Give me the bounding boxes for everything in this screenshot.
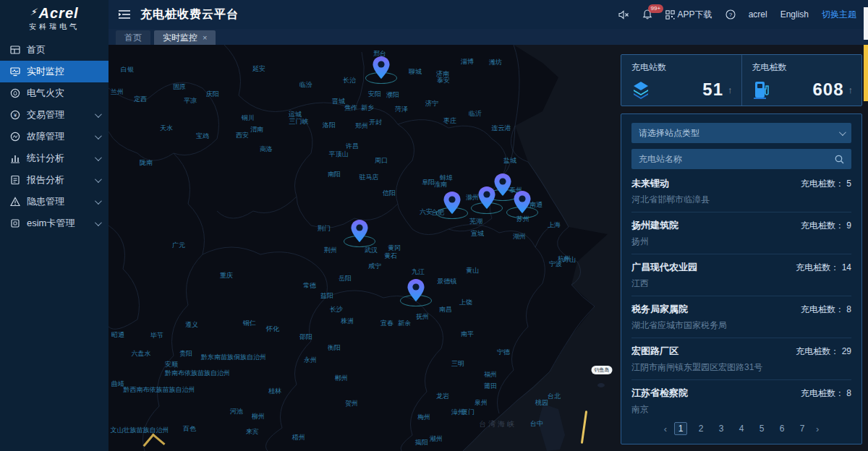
sidebar-item-1[interactable]: 首页 bbox=[0, 39, 109, 61]
sidebar-item-label: esim卡管理 bbox=[27, 217, 75, 230]
station-address: 河北省邯郸市临漳县 bbox=[631, 194, 851, 206]
map-city-label: 河池 bbox=[230, 407, 243, 416]
station-list-item[interactable]: 江苏省检察院充电桩数： 8南京 bbox=[631, 380, 851, 415]
sidebar-item-3[interactable]: 电气火灾 bbox=[0, 82, 109, 104]
sidebar: ⚡Acrel 安科瑞电气 首页实时监控电气火灾¥交易管理故障管理统计分析报告分析… bbox=[0, 0, 109, 451]
language-switch[interactable]: English bbox=[780, 9, 809, 20]
map-city-label: 临汾 bbox=[299, 80, 312, 90]
app-download-button[interactable]: APP下载 bbox=[665, 9, 712, 21]
map-city-label: 毕节 bbox=[150, 331, 163, 340]
pagination-page-7[interactable]: 7 bbox=[796, 422, 809, 435]
sidebar-item-5[interactable]: 故障管理 bbox=[0, 126, 109, 147]
sidebar-item-6[interactable]: 统计分析 bbox=[0, 147, 109, 169]
station-search-box[interactable] bbox=[631, 149, 851, 169]
location-pin-icon bbox=[443, 192, 461, 215]
map-city-label: 南平 bbox=[461, 330, 474, 339]
station-list-item[interactable]: 扬州建筑院充电桩数： 9扬州 bbox=[631, 212, 851, 254]
station-list-item[interactable]: 税务局家属院充电桩数： 8湖北省应城市国家税务局 bbox=[631, 296, 851, 338]
station-list-item[interactable]: 宏图路厂区充电桩数： 29江阴市南闸镇东盟园区宏图路31号 bbox=[631, 338, 851, 380]
map-city-label: 济宁 bbox=[425, 99, 438, 108]
map-city-label: 百色 bbox=[183, 424, 196, 434]
station-map-pin[interactable] bbox=[471, 173, 503, 211]
chevron-down-icon bbox=[95, 111, 102, 118]
station-map-pin[interactable] bbox=[506, 178, 538, 215]
tab-label: 实时监控 bbox=[163, 32, 197, 44]
station-map-pin[interactable] bbox=[365, 45, 397, 81]
station-pile-count: 充电桩数： 14 bbox=[796, 262, 851, 274]
theme-switch-link[interactable]: 切换主题 bbox=[822, 9, 856, 21]
station-map-pin[interactable] bbox=[344, 207, 375, 244]
map-city-label: 抚州 bbox=[416, 312, 429, 322]
station-map-pin[interactable] bbox=[436, 179, 468, 216]
pagination-prev-button[interactable]: ‹ bbox=[664, 424, 667, 434]
map-city-label: 黔西南布依族苗族自治州 bbox=[124, 385, 195, 395]
pagination-page-5[interactable]: 5 bbox=[755, 422, 768, 435]
sidebar-item-4[interactable]: ¥交易管理 bbox=[0, 104, 109, 126]
sidebar-item-label: 报告分析 bbox=[27, 173, 64, 186]
map-city-label: 新乡 bbox=[361, 103, 374, 113]
station-address: 江西 bbox=[631, 278, 851, 290]
pagination-next-button[interactable]: › bbox=[816, 424, 819, 434]
station-map-pin[interactable] bbox=[400, 266, 432, 304]
sidebar-item-9[interactable]: esim卡管理 bbox=[0, 212, 109, 234]
search-icon[interactable] bbox=[835, 155, 844, 164]
notification-bell-icon[interactable]: 99+ bbox=[642, 9, 652, 20]
map-city-label: 景德镇 bbox=[438, 277, 457, 286]
sidebar-item-8[interactable]: 隐患管理 bbox=[0, 191, 109, 212]
map-city-label: 梧州 bbox=[292, 433, 305, 442]
map-city-label: 龙岩 bbox=[436, 392, 449, 401]
scrollbar-marker[interactable] bbox=[864, 45, 868, 101]
sidebar-item-label: 统计分析 bbox=[27, 152, 64, 165]
map-city-label: 上海 bbox=[548, 220, 561, 230]
station-pile-count: 充电桩数： 8 bbox=[801, 304, 851, 316]
sidebar-item-label: 隐患管理 bbox=[27, 195, 64, 208]
map-city-label: 永州 bbox=[304, 356, 317, 365]
tab-2[interactable]: 实时监控× bbox=[154, 30, 216, 45]
map-city-label: 焦作 bbox=[344, 103, 357, 113]
map-city-label: 上饶 bbox=[459, 298, 472, 307]
qr-code-icon bbox=[665, 10, 675, 20]
sidebar-item-2[interactable]: 实时监控 bbox=[0, 61, 109, 82]
map-city-label: 遵义 bbox=[185, 320, 198, 330]
pagination-page-4[interactable]: 4 bbox=[735, 422, 748, 435]
pagination-page-3[interactable]: 3 bbox=[715, 422, 728, 435]
sidebar-item-7[interactable]: 报告分析 bbox=[0, 169, 109, 191]
tab-close-icon[interactable]: × bbox=[203, 33, 207, 42]
pile-count-label: 充电桩数 bbox=[752, 61, 854, 74]
chevron-down-icon bbox=[95, 176, 102, 183]
page-scrollbar[interactable] bbox=[864, 0, 868, 451]
chevron-down-icon bbox=[95, 154, 102, 161]
help-icon[interactable]: ? bbox=[726, 9, 736, 20]
brand-logo: ⚡Acrel 安科瑞电气 bbox=[0, 0, 109, 33]
station-type-placeholder: 请选择站点类型 bbox=[639, 127, 699, 139]
sidebar-item-label: 故障管理 bbox=[27, 130, 64, 143]
station-type-select[interactable]: 请选择站点类型 bbox=[631, 123, 851, 143]
map-city-label: 株洲 bbox=[341, 317, 354, 326]
scrollbar-thumb[interactable] bbox=[864, 7, 868, 40]
pagination-page-2[interactable]: 2 bbox=[694, 422, 707, 435]
map-city-label: 宝鸡 bbox=[196, 132, 209, 141]
map-city-label: 渭南 bbox=[250, 125, 263, 134]
station-list-item[interactable]: 广昌现代农业园充电桩数： 14江西 bbox=[631, 254, 851, 296]
tab-1[interactable]: 首页 bbox=[116, 30, 150, 45]
sidebar-collapse-icon[interactable] bbox=[119, 9, 130, 20]
sidebar-menu: 首页实时监控电气火灾¥交易管理故障管理统计分析报告分析隐患管理esim卡管理 bbox=[0, 39, 109, 234]
station-search-input[interactable] bbox=[639, 154, 835, 164]
map-city-label: 黄山 bbox=[466, 266, 479, 275]
hazard-icon bbox=[10, 197, 20, 207]
station-list: 未来锂动充电桩数： 5河北省邯郸市临漳县扬州建筑院充电桩数： 9扬州广昌现代农业… bbox=[631, 171, 851, 415]
station-count-label: 充电站数 bbox=[631, 61, 733, 74]
pagination-page-1[interactable]: 1 bbox=[674, 422, 687, 435]
location-pin-icon bbox=[407, 279, 425, 302]
map-city-label: 南昌 bbox=[439, 305, 452, 314]
pagination-page-6[interactable]: 6 bbox=[775, 422, 788, 435]
app-download-label: APP下载 bbox=[678, 9, 712, 21]
map-city-label: 西安 bbox=[236, 131, 249, 140]
mute-icon[interactable] bbox=[618, 10, 629, 20]
map-city-label: 台中 bbox=[530, 419, 543, 429]
map-city-label: 三明 bbox=[451, 359, 464, 369]
station-list-item[interactable]: 未来锂动充电桩数： 5河北省邯郸市临漳县 bbox=[631, 171, 851, 212]
map-city-label: 驻马店 bbox=[359, 173, 379, 182]
map-city-label: 揭阳 bbox=[415, 438, 428, 447]
username-menu[interactable]: acrel bbox=[749, 9, 767, 20]
